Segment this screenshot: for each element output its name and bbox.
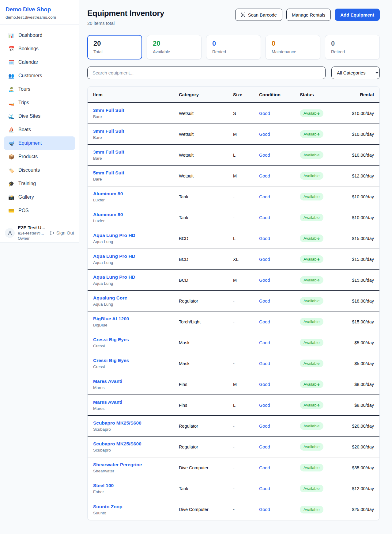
item-name-link[interactable]: Scubapro MK25/S600 (93, 420, 179, 426)
status-badge: Available (300, 360, 323, 367)
size-cell: - (233, 299, 259, 303)
item-name-link[interactable]: Cressi Big Eyes (93, 337, 179, 342)
manage-rentals-button[interactable]: Manage Rentals (286, 9, 331, 21)
condition-link[interactable]: Good (259, 236, 270, 241)
condition-link[interactable]: Good (259, 132, 270, 137)
stat-total-label: Total (93, 49, 136, 54)
sidebar-item-label: Training (18, 181, 36, 186)
avatar (5, 228, 15, 238)
category-cell: Torch/Light (179, 319, 233, 324)
condition-link[interactable]: Good (259, 465, 270, 470)
sidebar-item-trips[interactable]: 🚤 Trips (4, 96, 75, 109)
condition-link[interactable]: Good (259, 361, 270, 366)
item-brand: Scubapro (93, 448, 179, 452)
item-name-link[interactable]: 5mm Full Suit (93, 170, 179, 176)
item-name-link[interactable]: Mares Avanti (93, 379, 179, 384)
condition-cell: Good (259, 423, 300, 429)
item-name-link[interactable]: 3mm Full Suit (93, 128, 179, 134)
status-cell: Available (300, 130, 349, 138)
condition-link[interactable]: Good (259, 340, 270, 345)
sign-out-button[interactable]: Sign Out (50, 230, 74, 235)
condition-cell: Good (259, 382, 300, 387)
condition-link[interactable]: Good (259, 153, 270, 158)
search-input[interactable] (87, 67, 326, 79)
sidebar-item-dive-sites[interactable]: 🌊 Dive Sites (4, 109, 75, 123)
status-cell: Available (300, 276, 349, 284)
item-name-link[interactable]: Aqua Lung Pro HD (93, 254, 179, 259)
condition-link[interactable]: Good (259, 319, 270, 324)
condition-link[interactable]: Good (259, 194, 270, 199)
status-cell: Available (300, 485, 349, 492)
item-name-link[interactable]: Aluminum 80 (93, 212, 179, 217)
sidebar-item-equipment[interactable]: 🤿 Equipment (4, 136, 75, 150)
item-cell: 3mm Full Suit Bare (93, 108, 179, 119)
category-cell: Tank (179, 215, 233, 220)
sidebar-item-dashboard[interactable]: 📊 Dashboard (4, 29, 75, 42)
item-name-link[interactable]: Scubapro MK25/S600 (93, 441, 179, 447)
item-name-link[interactable]: Suunto Zoop (93, 504, 179, 509)
stat-card-available[interactable]: 20 Available (147, 35, 202, 59)
category-cell: Wetsuit (179, 111, 233, 116)
condition-link[interactable]: Good (259, 111, 270, 116)
status-cell: Available (300, 214, 349, 221)
category-cell: Wetsuit (179, 132, 233, 137)
item-name-link[interactable]: 3mm Full Suit (93, 108, 179, 113)
sidebar-item-bookings[interactable]: 📅 Bookings (4, 42, 75, 55)
item-name-link[interactable]: Aqua Lung Pro HD (93, 274, 179, 280)
condition-cell: Good (259, 507, 300, 512)
stat-card-total[interactable]: 20 Total (87, 35, 142, 59)
shop-domain: demo.test.divestreams.com (6, 15, 74, 20)
condition-link[interactable]: Good (259, 257, 270, 262)
condition-link[interactable]: Good (259, 444, 270, 449)
page-header: Equipment Inventory 20 items total Scan … (87, 9, 380, 26)
sidebar-item-training[interactable]: 🎓 Training (4, 177, 75, 190)
item-cell: Aluminum 80 Luxfer (93, 191, 179, 202)
condition-link[interactable]: Good (259, 299, 270, 303)
sidebar-item-label: Bookings (18, 46, 39, 51)
sidebar-item-products[interactable]: 📦 Products (4, 150, 75, 163)
condition-link[interactable]: Good (259, 382, 270, 387)
sidebar-item-pos[interactable]: 💳 POS (4, 204, 75, 217)
category-filter-select[interactable]: All Categories (331, 67, 380, 79)
graduation-cap-icon: 🎓 (8, 181, 14, 187)
item-name-link[interactable]: Aluminum 80 (93, 191, 179, 196)
item-name-link[interactable]: 3mm Full Suit (93, 149, 179, 155)
condition-link[interactable]: Good (259, 278, 270, 283)
stat-card-retired[interactable]: 0 Retired (325, 35, 380, 59)
stat-card-rented[interactable]: 0 Rented (206, 35, 261, 59)
island-icon: 🏝️ (8, 86, 14, 92)
rental-cell: $15.00/day (349, 257, 374, 262)
condition-cell: Good (259, 486, 300, 491)
item-name-link[interactable]: Shearwater Peregrine (93, 462, 179, 467)
stat-available-label: Available (153, 49, 195, 54)
item-brand: Luxfer (93, 198, 179, 202)
condition-link[interactable]: Good (259, 507, 270, 512)
item-cell: 3mm Full Suit Bare (93, 149, 179, 161)
scan-barcode-button[interactable]: Scan Barcode (235, 9, 282, 21)
condition-link[interactable]: Good (259, 403, 270, 408)
stat-card-maintenance[interactable]: 0 Maintenance (266, 35, 320, 59)
sidebar-item-discounts[interactable]: 🏷️ Discounts (4, 163, 75, 177)
sidebar-item-customers[interactable]: 👥 Customers (4, 69, 75, 82)
item-name-link[interactable]: Aqualung Core (93, 295, 179, 301)
rental-cell: $20.00/day (349, 444, 374, 449)
condition-link[interactable]: Good (259, 174, 270, 178)
add-equipment-button[interactable]: Add Equipment (335, 9, 380, 21)
sidebar-item-label: Discounts (18, 167, 40, 173)
item-name-link[interactable]: Steel 100 (93, 483, 179, 488)
category-cell: Wetsuit (179, 174, 233, 178)
condition-link[interactable]: Good (259, 424, 270, 429)
rental-cell: $10.00/day (349, 194, 374, 199)
sidebar-item-tours[interactable]: 🏝️ Tours (4, 82, 75, 96)
condition-link[interactable]: Good (259, 486, 270, 491)
item-name-link[interactable]: Cressi Big Eyes (93, 358, 179, 363)
sidebar-item-gallery[interactable]: 📸 Gallery (4, 190, 75, 204)
item-name-link[interactable]: Mares Avanti (93, 399, 179, 405)
table-row: Aqualung Core Aqua Lung Regulator - Good… (88, 291, 379, 311)
item-name-link[interactable]: BigBlue AL1200 (93, 316, 179, 322)
sidebar-item-calendar[interactable]: 🗓️ Calendar (4, 55, 75, 69)
sidebar-item-boats[interactable]: ⛵ Boats (4, 123, 75, 136)
table-body: 3mm Full Suit Bare Wetsuit S Good Availa… (88, 103, 379, 520)
item-name-link[interactable]: Aqua Lung Pro HD (93, 233, 179, 238)
condition-link[interactable]: Good (259, 215, 270, 220)
